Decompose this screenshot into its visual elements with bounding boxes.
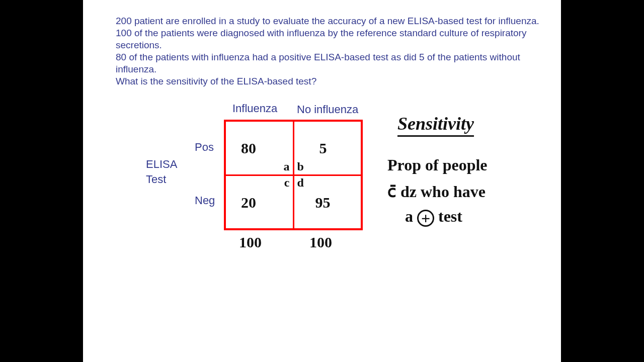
- cell-a-letter: a: [284, 160, 290, 173]
- hand-def-line2: c̄ dz who have: [387, 182, 486, 201]
- cell-c-value: 20: [241, 194, 256, 211]
- hand-title-text: Sensitivity: [397, 113, 474, 137]
- cell-b: 5 b: [293, 121, 362, 175]
- row-label-pos: Pos: [195, 141, 214, 154]
- cell-d-value: 95: [315, 194, 331, 211]
- col2-total: 100: [309, 234, 332, 251]
- question-line1: 200 patient are enrolled in a study to e…: [116, 15, 553, 27]
- hand-title: Sensitivity: [397, 113, 474, 137]
- hand-def3-pre: a: [405, 207, 417, 225]
- question-line2: 100 of the patients were diagnosed with …: [116, 27, 553, 51]
- cell-c: 20 c: [225, 175, 293, 229]
- cell-b-letter: b: [297, 160, 304, 173]
- cell-a-value: 80: [241, 140, 256, 157]
- question-line4: What is the sensitivity of the ELISA-bas…: [116, 75, 553, 87]
- hand-def-line3: a + test: [405, 207, 462, 227]
- col-header-no-influenza: No influenza: [297, 103, 358, 116]
- slide-page: 200 patient are enrolled in a study to e…: [83, 0, 561, 362]
- two-by-two-table: 80 a 5 b 20 c 95 d: [224, 120, 363, 230]
- cell-d: 95 d: [293, 175, 362, 229]
- hand-def3-post: test: [434, 207, 462, 225]
- row-group-label: ELISA Test: [146, 157, 177, 187]
- col-header-influenza: Influenza: [232, 102, 277, 115]
- cell-a: 80 a: [225, 121, 293, 175]
- row-label-neg: Neg: [195, 194, 215, 207]
- hand-def-line1: Prop of people: [387, 156, 488, 174]
- col1-total: 100: [239, 234, 262, 251]
- plus-circled-icon: +: [417, 210, 434, 227]
- cell-c-letter: c: [284, 176, 290, 190]
- cell-d-letter: d: [297, 176, 304, 190]
- question-text: 200 patient are enrolled in a study to e…: [116, 15, 553, 87]
- cell-b-value: 5: [319, 140, 327, 157]
- question-line3: 80 of the patients with influenza had a …: [116, 51, 553, 75]
